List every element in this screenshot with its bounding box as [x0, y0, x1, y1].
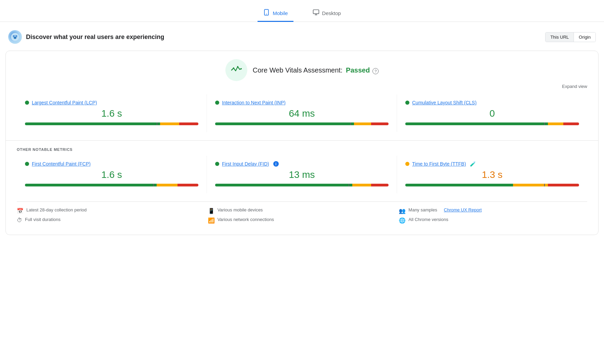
footer-collection-period: 📅 Latest 28-day collection period	[17, 207, 205, 214]
footer-visit-duration: ⏱ Full visit durations	[17, 217, 205, 223]
fid-label[interactable]: First Input Delay (FID)	[222, 161, 269, 167]
other-metrics-label: OTHER NOTABLE METRICS	[17, 147, 587, 152]
fcp-bar	[25, 184, 198, 186]
other-metrics-grid: First Contentful Paint (FCP) 1.6 s First…	[17, 156, 587, 193]
expand-view-button[interactable]: Expand view	[17, 84, 587, 89]
samples-icon: 👥	[399, 208, 406, 214]
fid-status-dot	[215, 162, 219, 166]
fcp-label[interactable]: First Contentful Paint (FCP)	[32, 161, 91, 167]
header-row: Discover what your real users are experi…	[0, 30, 604, 51]
cls-value: 0	[405, 108, 579, 119]
fid-bar	[215, 184, 389, 186]
fcp-value: 1.6 s	[25, 169, 198, 180]
footer-chrome-versions: 🌐 All Chrome versions	[399, 217, 587, 224]
metric-ttfb: Time to First Byte (TTFB) 🧪 1.3 s	[397, 156, 587, 193]
cwv-assessment-text: Core Web Vitals Assessment: Passed ?	[253, 66, 379, 74]
metric-fcp: First Contentful Paint (FCP) 1.6 s	[17, 156, 207, 193]
cls-status-dot	[405, 101, 409, 105]
svg-point-11	[237, 66, 238, 67]
footer-duration-text: Full visit durations	[25, 217, 61, 222]
cwv-status: Passed	[346, 66, 370, 74]
this-url-button[interactable]: This URL	[546, 32, 574, 42]
cwv-icon-circle	[225, 59, 247, 81]
svg-point-12	[240, 68, 242, 69]
fid-value: 13 ms	[215, 169, 389, 180]
main-card: Core Web Vitals Assessment: Passed ? Exp…	[5, 51, 599, 235]
mobile-devices-icon: 📱	[208, 208, 215, 214]
svg-rect-2	[313, 10, 319, 14]
origin-button[interactable]: Origin	[574, 32, 595, 42]
cls-bar	[405, 122, 579, 125]
mobile-tab-label: Mobile	[273, 10, 288, 16]
ttfb-status-dot	[405, 162, 409, 166]
footer-col-1: 📅 Latest 28-day collection period ⏱ Full…	[17, 207, 205, 226]
footer-devices-text: Various mobile devices	[218, 207, 263, 212]
inp-status-dot	[215, 101, 219, 105]
cls-label[interactable]: Cumulative Layout Shift (CLS)	[412, 100, 476, 105]
section-divider	[6, 140, 598, 141]
url-origin-toggle: This URL Origin	[545, 32, 596, 42]
ttfb-value: 1.3 s	[405, 169, 579, 180]
tab-mobile[interactable]: Mobile	[258, 5, 293, 22]
cwv-label: Core Web Vitals Assessment:	[253, 66, 343, 74]
fid-info-icon[interactable]: i	[273, 161, 279, 167]
footer-col-2: 📱 Various mobile devices 📶 Various netwo…	[208, 207, 396, 226]
crux-avatar	[8, 30, 22, 44]
inp-bar	[215, 122, 389, 125]
help-icon[interactable]: ?	[372, 68, 379, 74]
footer-samples-text: Many samples	[408, 207, 437, 212]
inp-label[interactable]: Interaction to Next Paint (INP)	[222, 100, 286, 105]
footer-network: 📶 Various network connections	[208, 217, 396, 224]
lcp-label[interactable]: Largest Contentful Paint (LCP)	[32, 100, 97, 105]
stopwatch-icon: ⏱	[17, 217, 22, 223]
cwv-header: Core Web Vitals Assessment: Passed ?	[17, 59, 587, 81]
fcp-status-dot	[25, 162, 29, 166]
calendar-icon: 📅	[17, 208, 24, 214]
desktop-tab-label: Desktop	[322, 10, 341, 16]
ttfb-bar	[405, 184, 579, 186]
inp-value: 64 ms	[215, 108, 389, 119]
footer-info: 📅 Latest 28-day collection period ⏱ Full…	[17, 202, 587, 226]
footer-mobile-devices: 📱 Various mobile devices	[208, 207, 396, 214]
footer-samples: 👥 Many samples Chrome UX Report	[399, 207, 587, 214]
tab-desktop[interactable]: Desktop	[307, 5, 346, 22]
tab-bar: Mobile Desktop	[0, 0, 604, 22]
metric-inp: Interaction to Next Paint (INP) 64 ms	[207, 94, 397, 132]
chrome-ux-report-link[interactable]: Chrome UX Report	[444, 207, 482, 212]
core-metrics-grid: Largest Contentful Paint (LCP) 1.6 s Int…	[17, 94, 587, 132]
footer-network-text: Various network connections	[218, 217, 274, 222]
mobile-icon	[263, 9, 270, 17]
metric-cls: Cumulative Layout Shift (CLS) 0	[397, 94, 587, 132]
network-icon: 📶	[208, 217, 215, 224]
lcp-bar	[25, 122, 198, 125]
metric-lcp: Largest Contentful Paint (LCP) 1.6 s	[17, 94, 207, 132]
lcp-value: 1.6 s	[25, 108, 198, 119]
desktop-icon	[313, 9, 319, 17]
header-title: Discover what your real users are experi…	[26, 34, 164, 41]
svg-point-10	[233, 67, 234, 69]
footer-chrome-text: All Chrome versions	[408, 217, 448, 222]
lcp-status-dot	[25, 101, 29, 105]
metric-fid: First Input Delay (FID) i 13 ms	[207, 156, 397, 193]
footer-col-3: 👥 Many samples Chrome UX Report 🌐 All Ch…	[399, 207, 587, 226]
flask-icon: 🧪	[470, 161, 476, 167]
ttfb-label[interactable]: Time to First Byte (TTFB)	[412, 161, 466, 167]
chrome-icon: 🌐	[399, 217, 406, 224]
footer-collection-text: Latest 28-day collection period	[26, 207, 87, 212]
